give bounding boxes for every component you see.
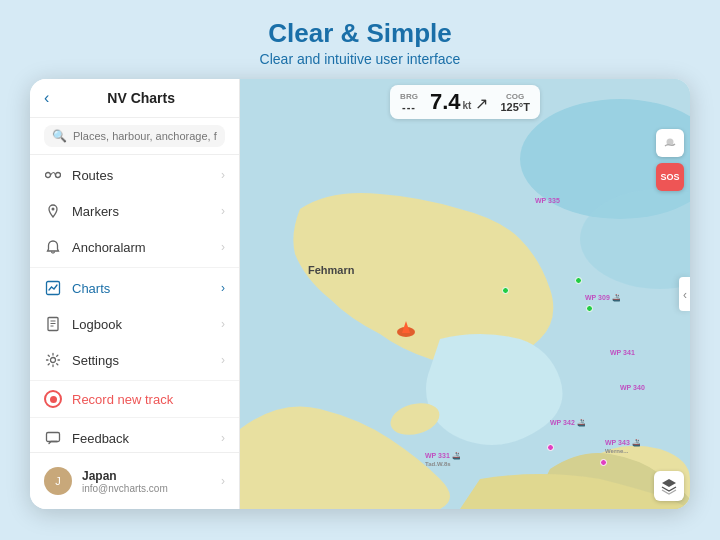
- sidebar-item-feedback[interactable]: Feedback ›: [30, 420, 239, 452]
- user-email: info@nvcharts.com: [82, 483, 211, 494]
- settings-label: Settings: [72, 353, 211, 368]
- expand-button[interactable]: ‹: [679, 277, 690, 311]
- sidebar: ‹ NV Charts 🔍: [30, 79, 240, 509]
- feedback-label: Feedback: [72, 431, 211, 446]
- brg-label: BRG: [400, 92, 418, 101]
- marker-green-3: [586, 305, 593, 312]
- svg-point-8: [51, 358, 56, 363]
- marker-green-1: [502, 287, 509, 294]
- sidebar-item-settings[interactable]: Settings ›: [30, 342, 239, 378]
- sidebar-item-anchoralarm[interactable]: Anchoralarm ›: [30, 229, 239, 265]
- cog-label: COG: [506, 92, 524, 101]
- sidebar-header: ‹ NV Charts: [30, 79, 239, 118]
- sos-button[interactable]: SOS: [656, 163, 684, 191]
- search-input[interactable]: [73, 130, 217, 142]
- feedback-icon: [44, 429, 62, 447]
- settings-icon: [44, 351, 62, 369]
- sidebar-item-routes[interactable]: Routes ›: [30, 157, 239, 193]
- speed-unit: kt: [462, 100, 471, 111]
- user-name: Japan: [82, 469, 211, 483]
- svg-rect-9: [47, 433, 60, 442]
- user-arrow: ›: [221, 474, 225, 488]
- sos-label: SOS: [660, 172, 679, 182]
- logbook-label: Logbook: [72, 317, 211, 332]
- record-track-label: Record new track: [72, 392, 173, 407]
- route-icon: [44, 166, 62, 184]
- sidebar-title: NV Charts: [57, 90, 225, 106]
- sidebar-footer: J Japan info@nvcharts.com ›: [30, 452, 239, 509]
- marker-pink-1: [547, 444, 554, 451]
- sidebar-item-logbook[interactable]: Logbook ›: [30, 306, 239, 342]
- avatar: J: [44, 467, 72, 495]
- menu-group-1: Routes › Markers ›: [30, 155, 239, 268]
- brg-value: ---: [402, 101, 416, 113]
- map-controls: SOS: [656, 129, 684, 191]
- page-subtitle: Clear and intuitive user interface: [0, 51, 720, 67]
- svg-point-1: [56, 173, 61, 178]
- svg-point-0: [46, 173, 51, 178]
- anchoralarm-arrow: ›: [221, 240, 225, 254]
- layers-button[interactable]: [654, 471, 684, 501]
- marker-icon: [44, 202, 62, 220]
- search-icon: 🔍: [52, 129, 67, 143]
- cog-value: 125°T: [500, 101, 529, 113]
- map-background: [240, 79, 690, 509]
- expand-icon: ‹: [683, 288, 687, 302]
- header: Clear & Simple Clear and intuitive user …: [0, 0, 720, 79]
- direction-arrow: ↗: [475, 94, 488, 113]
- logbook-icon: [44, 315, 62, 333]
- page-title: Clear & Simple: [0, 18, 720, 49]
- marker-pink-2: [600, 459, 607, 466]
- record-track-item[interactable]: Record new track: [30, 381, 239, 418]
- user-item[interactable]: J Japan info@nvcharts.com ›: [30, 459, 239, 503]
- menu-group-2: Charts › Logbook ›: [30, 268, 239, 381]
- map-area[interactable]: BRG --- 7.4 kt ↗ COG 125°T Fehmarn: [240, 79, 690, 509]
- markers-arrow: ›: [221, 204, 225, 218]
- charts-arrow: ›: [221, 281, 225, 295]
- feedback-arrow: ›: [221, 431, 225, 445]
- search-area: 🔍: [30, 118, 239, 155]
- routes-arrow: ›: [221, 168, 225, 182]
- back-button[interactable]: ‹: [44, 89, 49, 107]
- map-topbar: BRG --- 7.4 kt ↗ COG 125°T: [240, 79, 690, 125]
- sidebar-item-markers[interactable]: Markers ›: [30, 193, 239, 229]
- sidebar-item-charts[interactable]: Charts ›: [30, 270, 239, 306]
- marker-green-2: [575, 277, 582, 284]
- markers-label: Markers: [72, 204, 211, 219]
- boat-marker: [395, 319, 417, 345]
- charts-label: Charts: [72, 281, 211, 296]
- svg-point-2: [52, 208, 55, 211]
- menu-group-bottom: Feedback › Help ›: [30, 418, 239, 452]
- menu-section: Routes › Markers ›: [30, 155, 239, 452]
- search-bar[interactable]: 🔍: [44, 125, 225, 147]
- settings-arrow: ›: [221, 353, 225, 367]
- speed-value: 7.4: [430, 89, 461, 115]
- user-info: Japan info@nvcharts.com: [82, 469, 211, 494]
- device-frame: ‹ NV Charts 🔍: [30, 79, 690, 509]
- anchoralarm-label: Anchoralarm: [72, 240, 211, 255]
- chart-icon: [44, 279, 62, 297]
- logbook-arrow: ›: [221, 317, 225, 331]
- routes-label: Routes: [72, 168, 211, 183]
- svg-marker-20: [402, 321, 410, 333]
- alarm-icon: [44, 238, 62, 256]
- record-icon: [44, 390, 62, 408]
- weather-button[interactable]: [656, 129, 684, 157]
